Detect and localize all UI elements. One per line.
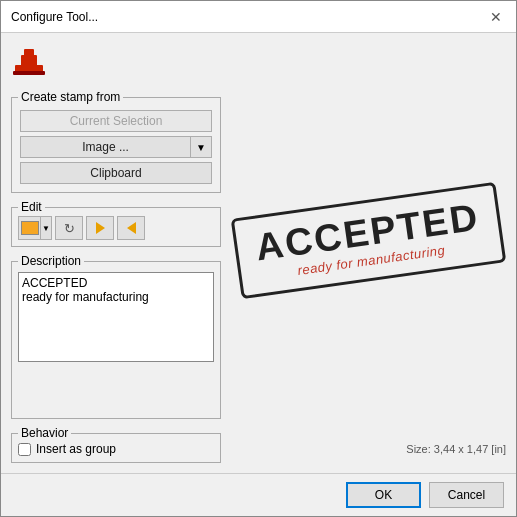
insert-as-group-checkbox[interactable] [18,443,31,456]
edit-tools: ▼ ↻ [18,216,214,240]
current-selection-button[interactable]: Current Selection [20,110,212,132]
dialog-body: Create stamp from Current Selection Imag… [1,33,516,473]
image-button[interactable]: Image ... [20,136,190,158]
color-swatch [21,221,39,235]
description-group: Description ACCEPTED ready for manufactu… [11,261,221,419]
stamp-visual: ACCEPTED ready for manufacturing [231,181,507,298]
stamp-icon [11,43,47,79]
refresh-icon: ↻ [64,221,75,236]
image-dropdown-arrow[interactable]: ▼ [190,136,212,158]
behavior-group: Behavior Insert as group [11,433,221,463]
title-bar: Configure Tool... ✕ [1,1,516,33]
stamp-svg-icon [11,43,47,79]
dialog-footer: OK Cancel [1,473,516,516]
color-picker-group: ▼ [18,216,52,240]
close-button[interactable]: ✕ [486,8,506,26]
right-panel: ACCEPTED ready for manufacturing Size: 3… [231,43,506,463]
clipboard-button[interactable]: Clipboard [20,162,212,184]
ok-button[interactable]: OK [346,482,421,508]
triangle-right-button[interactable] [86,216,114,240]
image-button-group: Image ... ▼ [20,136,212,158]
stamp-icon-area [11,43,221,79]
dialog-title: Configure Tool... [11,10,98,24]
edit-group-label: Edit [18,200,45,214]
edit-group: Edit ▼ ↻ [11,207,221,247]
cancel-button[interactable]: Cancel [429,482,504,508]
description-label: Description [18,254,84,268]
create-stamp-buttons: Current Selection Image ... ▼ Clipboard [20,110,212,184]
stamp-preview-area: ACCEPTED ready for manufacturing [231,43,506,437]
create-stamp-label: Create stamp from [18,90,123,104]
create-stamp-group: Create stamp from Current Selection Imag… [11,97,221,193]
color-picker-arrow[interactable]: ▼ [40,216,52,240]
insert-as-group-row: Insert as group [18,442,214,456]
size-label: Size: 3,44 x 1,47 [in] [406,443,506,455]
triangle-left-icon [127,222,136,234]
color-picker-button[interactable] [18,216,40,240]
behavior-label: Behavior [18,426,71,440]
svg-rect-3 [13,71,45,75]
svg-rect-2 [24,49,34,57]
triangle-left-button[interactable] [117,216,145,240]
description-textarea[interactable]: ACCEPTED ready for manufacturing [18,272,214,362]
triangle-right-icon [96,222,105,234]
insert-as-group-label: Insert as group [36,442,116,456]
left-panel: Create stamp from Current Selection Imag… [11,43,221,463]
refresh-button[interactable]: ↻ [55,216,83,240]
configure-tool-dialog: Configure Tool... ✕ Create [0,0,517,517]
